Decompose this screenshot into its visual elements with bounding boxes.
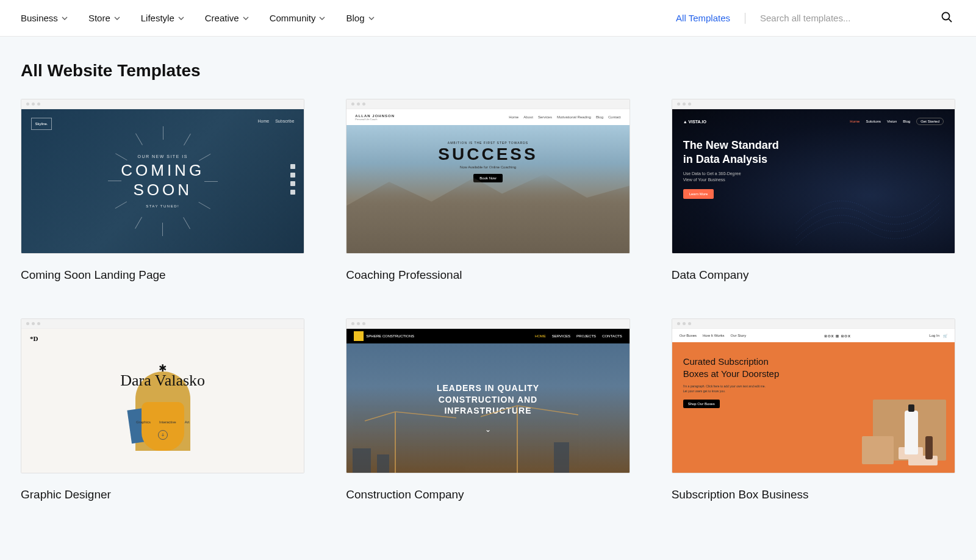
- svg-rect-8: [353, 448, 371, 473]
- bottle-shape: [905, 411, 918, 454]
- template-title: Graphic Designer: [21, 488, 304, 501]
- search-icon: [941, 11, 953, 23]
- thumbnail: ▲ VISTA.IO HomeSolutionsVisionBlog Get S…: [672, 99, 955, 254]
- template-card-data[interactable]: ▲ VISTA.IO HomeSolutionsVisionBlog Get S…: [672, 99, 955, 282]
- nav-store[interactable]: Store: [88, 13, 120, 23]
- thumb-nav: Our BoxesHow It WorksOur Story BOX ⊞ BOX…: [672, 329, 955, 342]
- social-icons: [290, 164, 295, 195]
- chevron-down-icon: [62, 15, 68, 21]
- nav-business[interactable]: Business: [21, 13, 68, 23]
- all-templates-link[interactable]: All Templates: [676, 13, 730, 23]
- search-input[interactable]: [760, 13, 932, 23]
- svg-point-0: [942, 13, 950, 20]
- divider: [745, 13, 745, 24]
- chevron-down-icon: [368, 15, 375, 21]
- svg-line-6: [517, 406, 578, 415]
- nav-label: Community: [270, 13, 316, 23]
- browser-chrome: [672, 99, 955, 109]
- thumb-header: ALLAN JOHNSON Personal Life Coach HomeAb…: [346, 109, 629, 125]
- nav-right: All Templates: [676, 9, 955, 27]
- thumb-image: Skyline. Home Subscribe: [21, 109, 304, 253]
- template-grid: Skyline. Home Subscribe: [21, 99, 955, 501]
- svg-rect-9: [377, 454, 389, 473]
- browser-chrome: [21, 319, 304, 329]
- thumb-image: ALLAN JOHNSON Personal Life Coach HomeAb…: [346, 109, 629, 253]
- dropper-shape: [925, 436, 933, 459]
- browser-chrome: [672, 319, 955, 329]
- wave-decoration: [769, 159, 955, 253]
- down-arrow-icon: [158, 430, 168, 440]
- thumb-image: ▲ VISTA.IO HomeSolutionsVisionBlog Get S…: [672, 109, 955, 253]
- template-title: Construction Company: [346, 488, 630, 501]
- thumb-nav: HomeAboutServicesMotivational ReadingBlo…: [509, 115, 620, 119]
- thumb-name: Dara Valasko: [120, 372, 205, 390]
- template-card-subscription[interactable]: Our BoxesHow It WorksOur Story BOX ⊞ BOX…: [672, 318, 955, 501]
- browser-chrome: [346, 99, 629, 109]
- thumb-logo: Skyline.: [31, 118, 52, 130]
- page-body: All Website Templates Skyline. Home Subs…: [0, 37, 976, 560]
- template-title: Coming Soon Landing Page: [21, 268, 304, 282]
- thumb-pretitle: OUR NEW SITE IS: [137, 154, 187, 159]
- search-wrap: [760, 9, 955, 27]
- thumb-title: COMINGSOON: [121, 161, 204, 199]
- chevron-down-icon: [319, 15, 325, 21]
- thumb-btn: Learn More: [683, 189, 714, 199]
- template-card-construction[interactable]: SPHERE CONSTRUCTIONS HOMESERVICESPROJECT…: [346, 318, 630, 501]
- browser-chrome: [346, 319, 629, 329]
- thumbnail: Our BoxesHow It WorksOur Story BOX ⊞ BOX…: [672, 318, 955, 473]
- thumb-image: SPHERE CONSTRUCTIONS HOMESERVICESPROJECT…: [346, 329, 629, 473]
- search-button[interactable]: [938, 9, 955, 27]
- svg-line-7: [481, 406, 517, 417]
- nav-blog[interactable]: Blog: [346, 13, 374, 23]
- nav-label: Lifestyle: [141, 13, 174, 23]
- svg-rect-10: [554, 442, 569, 473]
- chevron-down-icon: [114, 15, 120, 21]
- thumbnail: ALLAN JOHNSON Personal Life Coach HomeAb…: [346, 99, 630, 254]
- box-shape: [862, 436, 894, 464]
- svg-line-4: [365, 412, 395, 421]
- thumb-nav: Home Subscribe: [258, 119, 295, 123]
- svg-line-3: [395, 412, 456, 418]
- browser-chrome: [21, 99, 304, 109]
- svg-line-1: [949, 19, 952, 22]
- thumb-image: Our BoxesHow It WorksOur Story BOX ⊞ BOX…: [672, 329, 955, 473]
- nav-label: Business: [21, 13, 58, 23]
- thumb-btn: Shop Our Boxes: [683, 400, 720, 408]
- crane-decoration: [346, 400, 590, 473]
- template-card-coaching[interactable]: ALLAN JOHNSON Personal Life Coach HomeAb…: [346, 99, 630, 282]
- template-card-designer[interactable]: *D ✱ Dara Valasko GraphicsInteractiveArt…: [21, 318, 304, 501]
- nav-label: Store: [88, 13, 110, 23]
- template-title: Data Company: [672, 268, 955, 282]
- template-card-coming-soon[interactable]: Skyline. Home Subscribe: [21, 99, 304, 282]
- thumb-subtitle: STAY TUNED!: [146, 204, 179, 208]
- thumb-categories: GraphicsInteractiveArt: [136, 420, 189, 424]
- template-title: Subscription Box Business: [672, 488, 955, 501]
- nav-label: Blog: [346, 13, 364, 23]
- thumb-heading: Curated SubscriptionBoxes at Your Doorst…: [683, 356, 793, 379]
- chevron-down-icon: [243, 15, 249, 21]
- top-nav: Business Store Lifestyle Creative Commun…: [0, 0, 976, 37]
- thumb-hero: AMBITION IS THE FIRST STEP TOWARDS SUCCE…: [346, 125, 629, 253]
- thumb-nav: ▲ VISTA.IO HomeSolutionsVisionBlog Get S…: [683, 118, 944, 125]
- thumb-hero: Curated SubscriptionBoxes at Your Doorst…: [672, 342, 955, 473]
- thumb-hero: LEADERS IN QUALITYCONSTRUCTION ANDINFRAS…: [346, 343, 629, 473]
- nav-categories: Business Store Lifestyle Creative Commun…: [21, 13, 375, 23]
- nav-creative[interactable]: Creative: [205, 13, 249, 23]
- thumbnail: SPHERE CONSTRUCTIONS HOMESERVICESPROJECT…: [346, 318, 630, 473]
- chevron-down-icon: [178, 15, 184, 21]
- thumb-nav: SPHERE CONSTRUCTIONS HOMESERVICESPROJECT…: [346, 329, 629, 343]
- template-title: Coaching Professional: [346, 268, 630, 282]
- thumb-image: *D ✱ Dara Valasko GraphicsInteractiveArt: [21, 329, 304, 473]
- thumbnail: *D ✱ Dara Valasko GraphicsInteractiveArt: [21, 318, 304, 473]
- page-title: All Website Templates: [21, 61, 955, 81]
- nav-community[interactable]: Community: [270, 13, 326, 23]
- nav-label: Creative: [205, 13, 239, 23]
- thumb-sub: I'm a paragraph. Click here to add your …: [683, 384, 769, 393]
- figure-shape: [142, 402, 184, 451]
- nav-lifestyle[interactable]: Lifestyle: [141, 13, 184, 23]
- thumbnail: Skyline. Home Subscribe: [21, 99, 304, 254]
